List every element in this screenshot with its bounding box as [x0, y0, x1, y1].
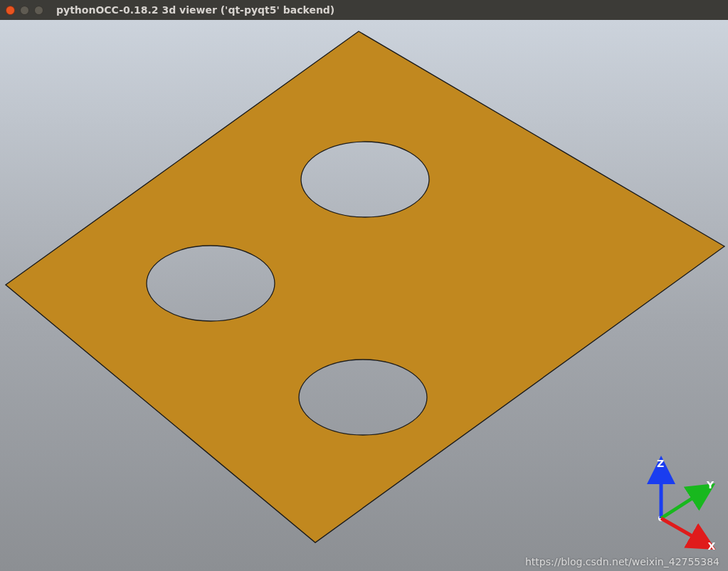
minimize-button[interactable]: [20, 6, 29, 15]
axis-x-label: X: [708, 540, 716, 552]
window-title: pythonOCC-0.18.2 3d viewer ('qt-pyqt5' b…: [56, 4, 334, 16]
window-controls: [6, 6, 43, 15]
close-button[interactable]: [6, 6, 15, 15]
axis-z-label: Z: [657, 458, 664, 469]
3d-viewport[interactable]: Z Y X https://blog.csdn.net/weixin_42755…: [0, 20, 728, 571]
title-bar: pythonOCC-0.18.2 3d viewer ('qt-pyqt5' b…: [0, 0, 728, 20]
axis-y-label: Y: [706, 479, 714, 491]
maximize-button[interactable]: [34, 6, 43, 15]
watermark-text: https://blog.csdn.net/weixin_42755384: [525, 557, 719, 567]
